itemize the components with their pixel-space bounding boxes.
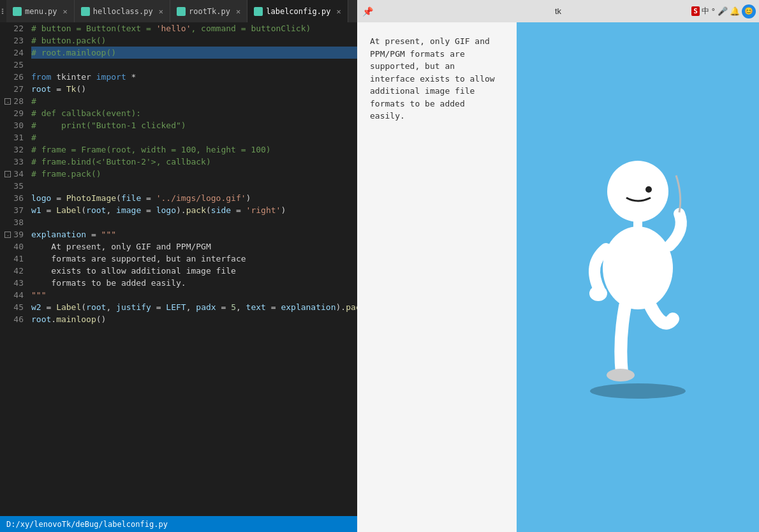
svg-point-4 xyxy=(589,286,607,301)
python-file-icon xyxy=(81,7,90,16)
line-numbers: 22 23 24 25 26 27 -28 29 30 31 32 33 -34… xyxy=(0,22,29,516)
fold-icon[interactable]: - xyxy=(4,171,11,177)
code-line-27: root = Tk() xyxy=(31,83,357,95)
tk-content: At present, only GIF and PPM/PGM formats… xyxy=(357,22,759,532)
code-line-42: exists to allow additional image file xyxy=(31,265,357,277)
sogou-icon[interactable]: S xyxy=(691,6,700,16)
code-line-26: from tkinter import * xyxy=(31,71,357,83)
code-line-24: # root.mainloop() xyxy=(31,47,357,59)
status-bar: D:/xy/lenovoTk/deBug/labelconfig.py xyxy=(0,516,357,532)
tk-label-pane: At present, only GIF and PPM/PGM formats… xyxy=(357,22,517,532)
tk-window-panel: At present, only GIF and PPM/PGM formats… xyxy=(357,22,759,532)
svg-point-3 xyxy=(603,226,673,309)
code-line-28: # xyxy=(31,95,357,107)
tab-close-icon[interactable]: ✕ xyxy=(236,7,240,16)
fold-icon[interactable]: - xyxy=(4,98,11,105)
tab-helloclass-py[interactable]: helloclass.py ✕ xyxy=(75,0,170,22)
code-line-40: At present, only GIF and PPM/PGM xyxy=(31,240,357,253)
python-file-icon xyxy=(254,7,263,16)
tab-bar: ⋯ menu.py ✕ helloclass.py ✕ rootTk.py ✕ … xyxy=(0,0,759,22)
code-line-33: # frame.bind(<'Button-2'>, callback) xyxy=(31,156,357,168)
notification-icon[interactable]: 🔔 xyxy=(730,6,740,16)
code-line-22: # button = Button(text = 'hello', comman… xyxy=(31,22,357,34)
ime-icon[interactable]: 中 xyxy=(702,6,709,17)
code-line-37: w1 = Label(root, image = logo).pack(side… xyxy=(31,204,357,216)
code-area[interactable]: 22 23 24 25 26 27 -28 29 30 31 32 33 -34… xyxy=(0,22,357,516)
system-tray: S 中 ° 🎤 🔔 😊 xyxy=(688,4,759,18)
stick-figure xyxy=(574,156,702,399)
code-line-44: """ xyxy=(31,289,357,301)
code-line-46: root.mainloop() xyxy=(31,313,357,325)
code-line-43: formats to be added easily. xyxy=(31,277,357,289)
editor-panel: 22 23 24 25 26 27 -28 29 30 31 32 33 -34… xyxy=(0,22,357,532)
tab-labelconfig-py[interactable]: labelconfig.py ✕ xyxy=(247,0,348,22)
tab-label: menu.py xyxy=(25,7,57,16)
avatar[interactable]: 😊 xyxy=(742,4,756,18)
tab-close-icon[interactable]: ✕ xyxy=(336,7,341,16)
code-line-41: formats are supported, but an interface xyxy=(31,253,357,265)
code-line-23: # button.pack() xyxy=(31,34,357,47)
tk-label-text: At present, only GIF and PPM/PGM formats… xyxy=(370,35,504,122)
main-area: 22 23 24 25 26 27 -28 29 30 31 32 33 -34… xyxy=(0,22,759,532)
python-file-icon xyxy=(13,7,22,16)
code-line-25 xyxy=(31,59,357,71)
svg-point-0 xyxy=(607,161,668,222)
tab-roottk-py[interactable]: rootTk.py ✕ xyxy=(170,0,247,22)
svg-point-6 xyxy=(590,383,686,399)
code-line-39: explanation = """ xyxy=(31,228,357,240)
fold-icon[interactable]: - xyxy=(4,232,11,238)
tab-close-icon[interactable]: ✕ xyxy=(63,7,68,16)
code-line-45: w2 = Label(root, justify = LEFT, padx = … xyxy=(31,301,357,313)
code-line-34: # frame.pack() xyxy=(31,168,357,180)
tab-label: labelconfig.py xyxy=(266,7,330,16)
degree-icon: ° xyxy=(711,7,716,16)
code-line-29: # def callback(event): xyxy=(31,107,357,119)
python-file-icon xyxy=(177,7,186,16)
tab-label: rootTk.py xyxy=(189,7,230,16)
tk-right-pane xyxy=(517,22,759,532)
tab-close-icon[interactable]: ✕ xyxy=(159,7,163,16)
editor-tabs: ⋯ menu.py ✕ helloclass.py ✕ rootTk.py ✕ … xyxy=(0,0,357,22)
code-line-31: # xyxy=(31,131,357,144)
svg-point-1 xyxy=(645,186,652,193)
tab-label: helloclass.py xyxy=(93,7,153,16)
tab-menu-py[interactable]: menu.py ✕ xyxy=(6,0,75,22)
code-content[interactable]: # button = Button(text = 'hello', comman… xyxy=(29,22,357,516)
tk-title: tk xyxy=(555,6,561,16)
code-line-30: # print("Button-1 clicked") xyxy=(31,119,357,131)
svg-point-5 xyxy=(607,369,635,381)
file-path: D:/xy/lenovoTk/deBug/labelconfig.py xyxy=(6,520,168,529)
code-line-35 xyxy=(31,180,357,192)
pin-icon[interactable]: 📌 xyxy=(362,6,373,17)
code-line-32: # frame = Frame(root, width = 100, heigh… xyxy=(31,144,357,156)
code-line-36: logo = PhotoImage(file = '../imgs/logo.g… xyxy=(31,192,357,204)
code-line-38 xyxy=(31,216,357,228)
mic-icon[interactable]: 🎤 xyxy=(718,6,728,16)
